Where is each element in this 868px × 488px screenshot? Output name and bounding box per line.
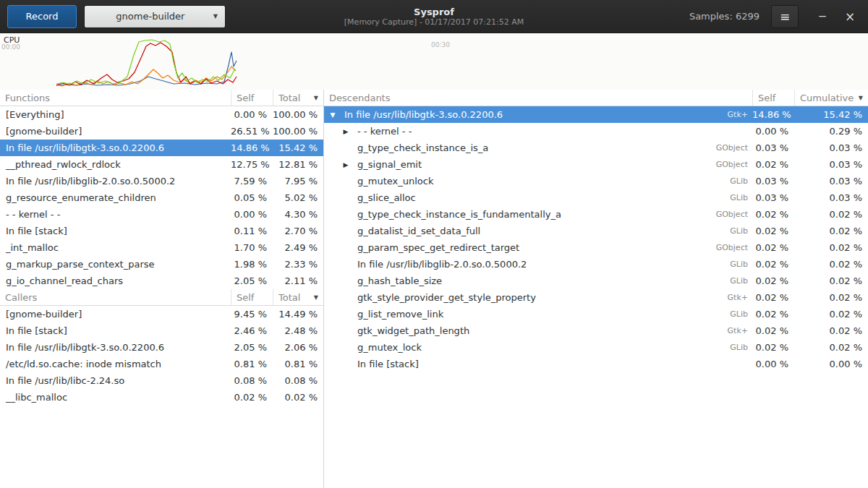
descendants-table-body: ▼In file /usr/lib/libgtk-3.so.0.2200.6Gt… xyxy=(324,106,868,372)
cumulative-value: 0.02 % xyxy=(794,209,868,220)
function-row[interactable]: In file /usr/lib/libglib-2.0.so.0.5000.2… xyxy=(0,173,323,189)
self-value: 0.81 % xyxy=(231,359,273,369)
library-tag: GLib xyxy=(706,193,752,202)
descendant-row[interactable]: g_mutex_unlockGLib0.03 %0.03 % xyxy=(324,173,868,189)
function-row[interactable]: In file [stack]0.11 %2.70 % xyxy=(0,223,323,239)
callers-total-column-label: Total xyxy=(278,292,300,303)
descendant-row[interactable]: g_type_check_instance_is_fundamentally_a… xyxy=(324,206,868,223)
library-tag: GLib xyxy=(706,343,752,352)
descendant-row[interactable]: g_mutex_lockGLib0.02 %0.02 % xyxy=(324,339,868,356)
time-label-mid: 00:30 xyxy=(431,41,450,48)
descendant-row[interactable]: ▶- - kernel - -0.00 %0.29 % xyxy=(324,123,868,140)
self-value: 2.05 % xyxy=(231,275,273,286)
descendant-row[interactable]: In file /usr/lib/libglib-2.0.so.0.5000.2… xyxy=(324,256,868,273)
left-pane-filler xyxy=(0,406,323,488)
function-row[interactable]: _int_malloc1.70 %2.49 % xyxy=(0,239,323,256)
header-right-controls: Samples: 6299 ≡ ─ × xyxy=(689,5,861,28)
function-row[interactable]: - - kernel - -0.00 %4.30 % xyxy=(0,206,323,223)
function-row[interactable]: g_resource_enumerate_children0.05 %5.02 … xyxy=(0,189,323,206)
caller-row[interactable]: In file /usr/lib/libgtk-3.so.0.2200.62.0… xyxy=(0,339,323,356)
descendant-row[interactable]: ▼In file /usr/lib/libgtk-3.so.0.2200.6Gt… xyxy=(324,106,868,123)
function-row[interactable]: g_markup_parse_context_parse1.98 %2.33 % xyxy=(0,256,323,273)
cumulative-column-header[interactable]: Cumulative ▼ xyxy=(794,90,868,106)
self-value: 2.05 % xyxy=(231,342,273,353)
cumulative-value: 0.29 % xyxy=(794,126,868,137)
caller-row[interactable]: In file [stack]2.46 %2.48 % xyxy=(0,322,323,339)
descendants-column-header[interactable]: Descendants xyxy=(324,90,752,106)
self-value: 0.02 % xyxy=(752,259,794,270)
minimize-button[interactable]: ─ xyxy=(812,10,833,23)
descendant-row[interactable]: g_list_remove_linkGLib0.02 %0.02 % xyxy=(324,306,868,322)
descendants-table-header: Descendants Self Cumulative ▼ xyxy=(324,90,868,106)
cumulative-value: 0.02 % xyxy=(794,275,868,286)
right-pane: Descendants Self Cumulative ▼ ▼In file /… xyxy=(324,90,868,488)
callers-column-header[interactable]: Callers xyxy=(0,289,231,305)
caller-row[interactable]: __libc_malloc0.02 %0.02 % xyxy=(0,389,323,406)
function-name: [Everything] xyxy=(0,109,231,120)
chevron-down-icon: ▼ xyxy=(213,13,218,20)
library-tag: GLib xyxy=(706,260,752,269)
function-name: In file /usr/lib/libgtk-3.so.0.2200.6 xyxy=(0,342,231,353)
descendant-row[interactable]: g_hash_table_sizeGLib0.02 %0.02 % xyxy=(324,273,868,289)
function-name: g_resource_enumerate_children xyxy=(0,192,231,203)
self-column-header[interactable]: Self xyxy=(231,90,273,106)
callers-total-column-header[interactable]: Total ▼ xyxy=(273,289,323,305)
cpu-graph-area[interactable]: CPU 00:00 00:30 xyxy=(0,33,868,90)
self-value: 12.75 % xyxy=(231,159,273,170)
expander-closed-icon[interactable]: ▶ xyxy=(340,128,352,135)
cumulative-value: 0.02 % xyxy=(794,309,868,320)
total-value: 0.81 % xyxy=(273,359,323,369)
function-name: /etc/ld.so.cache: inode mismatch xyxy=(0,359,231,369)
function-row[interactable]: [gnome-builder]26.51 %100.00 % xyxy=(0,123,323,140)
descendant-row[interactable]: g_slice_allocGLib0.03 %0.03 % xyxy=(324,189,868,206)
expander-closed-icon[interactable]: ▶ xyxy=(340,161,352,168)
functions-column-header[interactable]: Functions xyxy=(0,90,231,106)
cumulative-column-label: Cumulative xyxy=(800,93,854,103)
descendant-row[interactable]: g_datalist_id_set_data_fullGLib0.02 %0.0… xyxy=(324,223,868,239)
function-name: g_list_remove_link xyxy=(352,309,706,320)
self-value: 0.02 % xyxy=(752,275,794,286)
caller-row[interactable]: /etc/ld.so.cache: inode mismatch0.81 %0.… xyxy=(0,356,323,372)
total-value: 5.02 % xyxy=(273,192,323,203)
functions-column-label: Functions xyxy=(5,93,50,103)
function-name: g_signal_emit xyxy=(352,159,706,170)
function-name: g_datalist_id_set_data_full xyxy=(352,226,706,236)
cumulative-value: 15.42 % xyxy=(794,109,868,120)
caller-row[interactable]: In file /usr/lib/libc-2.24.so0.08 %0.08 … xyxy=(0,372,323,389)
library-tag: GObject xyxy=(706,210,752,219)
record-button[interactable]: Record xyxy=(7,5,77,28)
function-name: - - kernel - - xyxy=(352,126,706,137)
cumulative-value: 0.02 % xyxy=(794,226,868,236)
close-button[interactable]: × xyxy=(839,9,861,24)
library-tag: Gtk+ xyxy=(706,326,752,335)
right-pane-filler xyxy=(324,372,868,488)
function-name: In file /usr/lib/libglib-2.0.so.0.5000.2 xyxy=(0,176,231,187)
function-name: In file /usr/lib/libc-2.24.so xyxy=(0,375,231,386)
process-selector-dropdown[interactable]: gnome-builder ▼ xyxy=(84,5,226,28)
callers-self-column-header[interactable]: Self xyxy=(231,289,273,305)
descendant-row[interactable]: ▶g_signal_emitGObject0.02 %0.03 % xyxy=(324,156,868,173)
close-icon: × xyxy=(845,9,855,24)
function-name: g_slice_alloc xyxy=(352,192,706,203)
library-tag: GLib xyxy=(706,276,752,286)
descendant-row[interactable]: In file [stack]0.00 %0.00 % xyxy=(324,356,868,372)
total-column-header[interactable]: Total ▼ xyxy=(273,90,323,106)
function-row[interactable]: [Everything]0.00 %100.00 % xyxy=(0,106,323,123)
descendant-row[interactable]: gtk_style_provider_get_style_propertyGtk… xyxy=(324,289,868,306)
library-tag: Gtk+ xyxy=(706,110,752,119)
descendant-row[interactable]: g_type_check_instance_is_aGObject0.03 %0… xyxy=(324,140,868,156)
main-content: Functions Self Total ▼ [Everything]0.00 … xyxy=(0,90,868,488)
function-name: __pthread_rwlock_rdlock xyxy=(0,159,231,170)
left-pane: Functions Self Total ▼ [Everything]0.00 … xyxy=(0,90,324,488)
descendant-row[interactable]: gtk_widget_path_lengthGtk+0.02 %0.02 % xyxy=(324,322,868,339)
descendants-self-column-header[interactable]: Self xyxy=(752,90,794,106)
self-value: 14.86 % xyxy=(752,109,794,120)
caller-row[interactable]: [gnome-builder]9.45 %14.49 % xyxy=(0,306,323,322)
expander-open-icon[interactable]: ▼ xyxy=(327,111,339,119)
descendant-row[interactable]: g_param_spec_get_redirect_targetGObject0… xyxy=(324,239,868,256)
menu-button[interactable]: ≡ xyxy=(771,5,799,28)
headerbar: Record gnome-builder ▼ Sysprof [Memory C… xyxy=(0,0,868,33)
function-row[interactable]: g_io_channel_read_chars2.05 %2.11 % xyxy=(0,273,323,289)
function-row[interactable]: __pthread_rwlock_rdlock12.75 %12.81 % xyxy=(0,156,323,173)
function-row[interactable]: In file /usr/lib/libgtk-3.so.0.2200.614.… xyxy=(0,140,323,156)
